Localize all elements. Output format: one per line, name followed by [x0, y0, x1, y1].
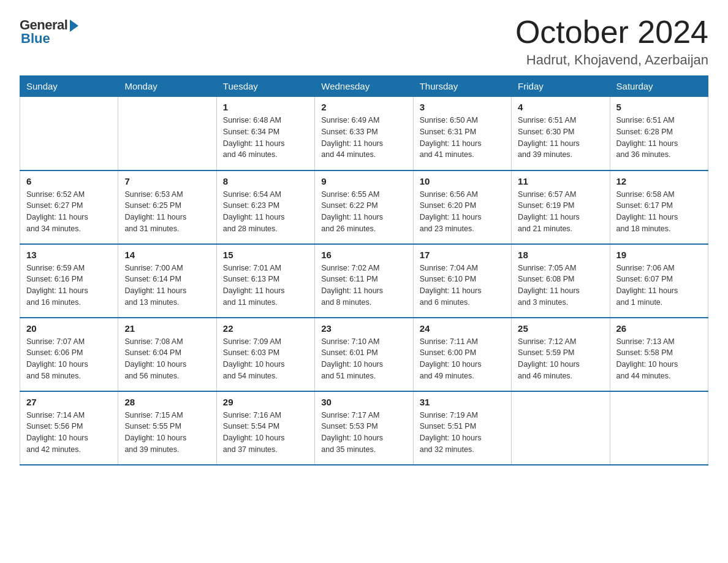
day-info: Sunrise: 6:48 AMSunset: 6:34 PMDaylight:… [223, 115, 308, 161]
day-number: 18 [518, 250, 603, 260]
day-info: Sunrise: 6:49 AMSunset: 6:33 PMDaylight:… [321, 115, 406, 161]
day-cell: 11Sunrise: 6:57 AMSunset: 6:19 PMDayligh… [512, 170, 610, 244]
month-title: October 2024 [515, 15, 708, 50]
day-number: 2 [321, 102, 406, 112]
day-cell: 29Sunrise: 7:16 AMSunset: 5:54 PMDayligh… [216, 391, 314, 465]
day-info: Sunrise: 6:58 AMSunset: 6:17 PMDaylight:… [616, 189, 702, 235]
day-cell [610, 391, 708, 465]
day-cell: 15Sunrise: 7:01 AMSunset: 6:13 PMDayligh… [216, 244, 314, 318]
header-thursday: Thursday [413, 76, 511, 97]
logo: General Blue [20, 17, 78, 47]
day-cell: 16Sunrise: 7:02 AMSunset: 6:11 PMDayligh… [315, 244, 413, 318]
day-number: 30 [321, 397, 406, 407]
day-number: 19 [616, 250, 702, 260]
day-info: Sunrise: 6:50 AMSunset: 6:31 PMDaylight:… [420, 115, 505, 161]
day-number: 31 [420, 397, 505, 407]
logo-blue-text: Blue [21, 31, 50, 47]
week-row-5: 27Sunrise: 7:14 AMSunset: 5:56 PMDayligh… [20, 391, 708, 465]
day-number: 3 [420, 102, 505, 112]
week-row-2: 6Sunrise: 6:52 AMSunset: 6:27 PMDaylight… [20, 170, 708, 244]
day-cell [512, 391, 610, 465]
day-cell: 28Sunrise: 7:15 AMSunset: 5:55 PMDayligh… [118, 391, 216, 465]
day-info: Sunrise: 6:56 AMSunset: 6:20 PMDaylight:… [420, 189, 505, 235]
day-number: 9 [321, 176, 406, 186]
header-saturday: Saturday [610, 76, 708, 97]
day-cell: 19Sunrise: 7:06 AMSunset: 6:07 PMDayligh… [610, 244, 708, 318]
day-info: Sunrise: 7:19 AMSunset: 5:51 PMDaylight:… [420, 410, 505, 456]
day-info: Sunrise: 6:54 AMSunset: 6:23 PMDaylight:… [223, 189, 308, 235]
day-number: 6 [26, 176, 112, 186]
day-info: Sunrise: 7:05 AMSunset: 6:08 PMDaylight:… [518, 262, 603, 308]
header-sunday: Sunday [20, 76, 118, 97]
day-cell: 1Sunrise: 6:48 AMSunset: 6:34 PMDaylight… [216, 97, 314, 170]
day-number: 4 [518, 102, 603, 112]
day-cell: 6Sunrise: 6:52 AMSunset: 6:27 PMDaylight… [20, 170, 118, 244]
day-number: 8 [223, 176, 308, 186]
day-number: 26 [616, 323, 702, 334]
day-cell: 21Sunrise: 7:08 AMSunset: 6:04 PMDayligh… [118, 318, 216, 391]
day-number: 23 [321, 323, 406, 334]
day-cell: 25Sunrise: 7:12 AMSunset: 5:59 PMDayligh… [512, 318, 610, 391]
calendar-body: 1Sunrise: 6:48 AMSunset: 6:34 PMDaylight… [20, 97, 708, 465]
day-cell: 31Sunrise: 7:19 AMSunset: 5:51 PMDayligh… [413, 391, 511, 465]
day-cell: 27Sunrise: 7:14 AMSunset: 5:56 PMDayligh… [20, 391, 118, 465]
day-cell: 8Sunrise: 6:54 AMSunset: 6:23 PMDaylight… [216, 170, 314, 244]
header-row: SundayMondayTuesdayWednesdayThursdayFrid… [20, 76, 708, 97]
day-info: Sunrise: 6:52 AMSunset: 6:27 PMDaylight:… [26, 189, 112, 235]
day-cell: 2Sunrise: 6:49 AMSunset: 6:33 PMDaylight… [315, 97, 413, 170]
day-info: Sunrise: 7:01 AMSunset: 6:13 PMDaylight:… [223, 262, 308, 308]
day-cell: 9Sunrise: 6:55 AMSunset: 6:22 PMDaylight… [315, 170, 413, 244]
day-info: Sunrise: 6:59 AMSunset: 6:16 PMDaylight:… [26, 262, 112, 308]
day-number: 17 [420, 250, 505, 260]
day-number: 25 [518, 323, 603, 334]
day-info: Sunrise: 7:00 AMSunset: 6:14 PMDaylight:… [124, 262, 210, 308]
day-number: 10 [420, 176, 505, 186]
day-cell: 5Sunrise: 6:51 AMSunset: 6:28 PMDaylight… [610, 97, 708, 170]
day-info: Sunrise: 7:15 AMSunset: 5:55 PMDaylight:… [124, 410, 210, 456]
day-info: Sunrise: 7:16 AMSunset: 5:54 PMDaylight:… [223, 410, 308, 456]
week-row-3: 13Sunrise: 6:59 AMSunset: 6:16 PMDayligh… [20, 244, 708, 318]
day-info: Sunrise: 6:55 AMSunset: 6:22 PMDaylight:… [321, 189, 406, 235]
calendar-table: SundayMondayTuesdayWednesdayThursdayFrid… [20, 75, 708, 465]
day-info: Sunrise: 7:11 AMSunset: 6:00 PMDaylight:… [420, 336, 505, 382]
day-cell: 22Sunrise: 7:09 AMSunset: 6:03 PMDayligh… [216, 318, 314, 391]
day-cell: 14Sunrise: 7:00 AMSunset: 6:14 PMDayligh… [118, 244, 216, 318]
day-info: Sunrise: 6:53 AMSunset: 6:25 PMDaylight:… [124, 189, 210, 235]
day-number: 20 [26, 323, 112, 334]
day-info: Sunrise: 7:04 AMSunset: 6:10 PMDaylight:… [420, 262, 505, 308]
day-number: 29 [223, 397, 308, 407]
day-cell: 17Sunrise: 7:04 AMSunset: 6:10 PMDayligh… [413, 244, 511, 318]
day-cell: 30Sunrise: 7:17 AMSunset: 5:53 PMDayligh… [315, 391, 413, 465]
calendar-header: SundayMondayTuesdayWednesdayThursdayFrid… [20, 76, 708, 97]
day-cell: 10Sunrise: 6:56 AMSunset: 6:20 PMDayligh… [413, 170, 511, 244]
day-info: Sunrise: 7:10 AMSunset: 6:01 PMDaylight:… [321, 336, 406, 382]
day-cell [118, 97, 216, 170]
day-info: Sunrise: 7:17 AMSunset: 5:53 PMDaylight:… [321, 410, 406, 456]
day-number: 16 [321, 250, 406, 260]
header-wednesday: Wednesday [315, 76, 413, 97]
day-info: Sunrise: 7:14 AMSunset: 5:56 PMDaylight:… [26, 410, 112, 456]
week-row-1: 1Sunrise: 6:48 AMSunset: 6:34 PMDaylight… [20, 97, 708, 170]
day-number: 14 [124, 250, 210, 260]
day-cell: 4Sunrise: 6:51 AMSunset: 6:30 PMDaylight… [512, 97, 610, 170]
day-info: Sunrise: 7:06 AMSunset: 6:07 PMDaylight:… [616, 262, 702, 308]
day-number: 5 [616, 102, 702, 112]
header-tuesday: Tuesday [216, 76, 314, 97]
week-row-4: 20Sunrise: 7:07 AMSunset: 6:06 PMDayligh… [20, 318, 708, 391]
day-cell: 3Sunrise: 6:50 AMSunset: 6:31 PMDaylight… [413, 97, 511, 170]
day-info: Sunrise: 7:13 AMSunset: 5:58 PMDaylight:… [616, 336, 702, 382]
day-info: Sunrise: 7:02 AMSunset: 6:11 PMDaylight:… [321, 262, 406, 308]
header-monday: Monday [118, 76, 216, 97]
title-block: October 2024 Hadrut, Khojavend, Azerbaij… [515, 15, 708, 68]
day-cell: 7Sunrise: 6:53 AMSunset: 6:25 PMDaylight… [118, 170, 216, 244]
day-number: 28 [124, 397, 210, 407]
day-info: Sunrise: 7:12 AMSunset: 5:59 PMDaylight:… [518, 336, 603, 382]
day-number: 7 [124, 176, 210, 186]
day-cell: 23Sunrise: 7:10 AMSunset: 6:01 PMDayligh… [315, 318, 413, 391]
day-cell: 26Sunrise: 7:13 AMSunset: 5:58 PMDayligh… [610, 318, 708, 391]
day-info: Sunrise: 7:08 AMSunset: 6:04 PMDaylight:… [124, 336, 210, 382]
day-number: 24 [420, 323, 505, 334]
day-info: Sunrise: 7:09 AMSunset: 6:03 PMDaylight:… [223, 336, 308, 382]
header-friday: Friday [512, 76, 610, 97]
logo-arrow-icon [70, 20, 78, 32]
